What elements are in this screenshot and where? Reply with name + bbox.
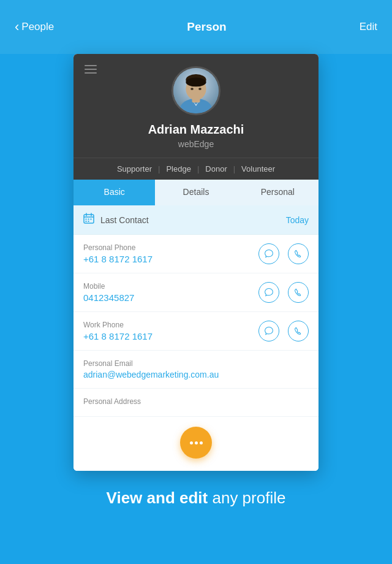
svg-rect-17 bbox=[86, 221, 87, 222]
tab-personal[interactable]: Personal bbox=[237, 180, 318, 205]
svg-rect-18 bbox=[88, 221, 89, 222]
person-org: webEdge bbox=[178, 139, 214, 149]
tag-supporter: Supporter bbox=[111, 164, 158, 173]
svg-rect-16 bbox=[91, 219, 92, 220]
content-area: Last Contact Today Personal Phone +61 8 … bbox=[74, 205, 318, 471]
personal-phone-chat-button[interactable] bbox=[258, 243, 279, 264]
mobile-value[interactable]: 0412345827 bbox=[83, 292, 258, 303]
tag-volunteer: Volunteer bbox=[235, 164, 281, 173]
last-contact-label: Last Contact bbox=[100, 215, 149, 225]
avatar bbox=[172, 66, 221, 115]
page-title: Person bbox=[187, 20, 226, 34]
email-row: Personal Email adrian@webedgemarketing.c… bbox=[74, 351, 318, 389]
svg-point-7 bbox=[190, 88, 194, 90]
address-label: Personal Address bbox=[83, 397, 309, 406]
back-chevron-icon: ‹ bbox=[15, 19, 19, 35]
person-name: Adrian Mazzachi bbox=[148, 123, 244, 137]
personal-phone-value[interactable]: +61 8 8172 1617 bbox=[83, 254, 258, 264]
last-contact-row: Last Contact Today bbox=[74, 205, 318, 235]
work-phone-call-button[interactable] bbox=[288, 321, 309, 341]
mobile-chat-button[interactable] bbox=[258, 282, 279, 303]
bottom-text-light: any profile bbox=[208, 489, 285, 507]
svg-rect-15 bbox=[88, 219, 89, 220]
mobile-row: Mobile 0412345827 bbox=[74, 273, 318, 312]
tab-bar: Basic Details Personal bbox=[74, 180, 318, 205]
svg-point-8 bbox=[198, 88, 202, 90]
svg-rect-2 bbox=[185, 101, 208, 113]
dot-2 bbox=[195, 441, 198, 444]
work-phone-row: Work Phone +61 8 8172 1617 bbox=[74, 312, 318, 351]
more-actions-button[interactable] bbox=[180, 427, 212, 459]
calendar-icon bbox=[83, 213, 94, 227]
email-value[interactable]: adrian@webedgemarketing.com.au bbox=[83, 370, 309, 379]
mobile-call-button[interactable] bbox=[288, 282, 309, 303]
svg-rect-14 bbox=[86, 219, 87, 220]
tags-row: Supporter | Pledge | Donor | Volunteer bbox=[74, 158, 318, 180]
svg-point-6 bbox=[186, 78, 206, 87]
tag-donor: Donor bbox=[199, 164, 233, 173]
back-button[interactable]: ‹ People bbox=[15, 19, 54, 35]
bottom-text: View and edit any profile bbox=[107, 488, 286, 509]
last-contact-value: Today bbox=[286, 215, 309, 225]
menu-icon[interactable] bbox=[85, 65, 97, 74]
phone-card: Adrian Mazzachi webEdge Supporter | Pled… bbox=[74, 54, 318, 471]
back-label: People bbox=[21, 21, 54, 33]
work-phone-chat-button[interactable] bbox=[258, 321, 279, 341]
profile-header: Adrian Mazzachi webEdge Supporter | Pled… bbox=[74, 54, 318, 180]
personal-phone-row: Personal Phone +61 8 8172 1617 bbox=[74, 235, 318, 273]
work-phone-value[interactable]: +61 8 8172 1617 bbox=[83, 331, 258, 341]
work-phone-label: Work Phone bbox=[83, 321, 258, 329]
address-row: Personal Address bbox=[74, 389, 318, 417]
personal-phone-label: Personal Phone bbox=[83, 243, 258, 252]
email-label: Personal Email bbox=[83, 359, 309, 368]
tab-basic[interactable]: Basic bbox=[74, 180, 155, 205]
tag-pledge: Pledge bbox=[160, 164, 197, 173]
tab-details[interactable]: Details bbox=[155, 180, 236, 205]
edit-button[interactable]: Edit bbox=[360, 21, 377, 33]
dot-3 bbox=[200, 441, 203, 444]
nav-bar: ‹ People Person Edit bbox=[0, 0, 392, 54]
personal-phone-call-button[interactable] bbox=[288, 243, 309, 264]
fab-container bbox=[74, 417, 318, 471]
bottom-text-bold: View and edit bbox=[107, 489, 208, 507]
mobile-label: Mobile bbox=[83, 282, 258, 291]
dot-1 bbox=[190, 441, 193, 444]
